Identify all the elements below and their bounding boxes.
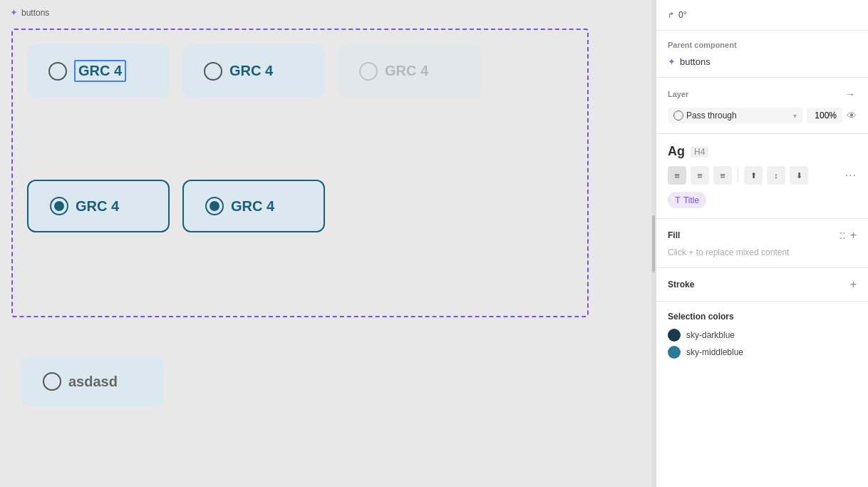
standalone-button[interactable]: asdasd xyxy=(21,357,164,406)
layer-row: Pass through ▾ 👁 xyxy=(668,108,857,123)
button-group-top: GRC 4 GRC 4 GRC 4 xyxy=(27,44,480,98)
title-tag-icon: T xyxy=(675,195,681,205)
button-card-5[interactable]: GRC 4 xyxy=(182,180,325,232)
type-header: Ag H4 xyxy=(668,144,857,159)
h4-badge: H4 xyxy=(691,146,708,158)
fill-add-icon[interactable]: + xyxy=(850,229,857,242)
more-options-btn[interactable]: ··· xyxy=(845,169,857,182)
fill-hint: Click + to replace mixed content xyxy=(668,247,857,257)
standalone-radio-icon xyxy=(43,372,61,391)
align-left-btn[interactable]: ≡ xyxy=(668,166,686,185)
radio-filled-icon-4 xyxy=(50,197,68,215)
valign-middle-btn[interactable]: ↕ xyxy=(767,166,785,185)
rotation-corner-icon: ↱ xyxy=(668,11,674,20)
stroke-add-icon[interactable]: + xyxy=(850,278,857,291)
radio-filled-icon-5 xyxy=(205,197,224,215)
button-label-3: GRC 4 xyxy=(385,63,428,79)
valign-bottom-btn[interactable]: ⬇ xyxy=(790,166,808,185)
fill-section: Fill :: + Click + to replace mixed conte… xyxy=(656,219,868,268)
layer-title: Layer xyxy=(668,90,688,98)
align-center-btn[interactable]: ≡ xyxy=(691,166,709,185)
parent-component-title: Parent component xyxy=(668,41,857,49)
layer-arrow-icon[interactable]: → xyxy=(844,88,857,101)
rotation-section: ↱ 0° xyxy=(656,0,868,31)
button-label-2: GRC 4 xyxy=(229,63,273,79)
stroke-label: Stroke xyxy=(668,280,694,289)
button-card-1[interactable]: GRC 4 xyxy=(27,44,170,98)
layer-section: Layer → Pass through ▾ 👁 xyxy=(656,78,868,134)
blend-mode-label: Pass through xyxy=(686,111,737,121)
radio-empty-gray-icon-3 xyxy=(359,62,378,81)
right-panel: ↱ 0° Parent component ✦ buttons Layer → … xyxy=(656,0,868,487)
stroke-header: Stroke + xyxy=(668,278,857,291)
blend-mode-chevron: ▾ xyxy=(793,112,797,120)
title-tag[interactable]: T Title xyxy=(668,192,706,208)
standalone-label: asdasd xyxy=(68,374,118,390)
button-label-4: GRC 4 xyxy=(76,198,119,215)
canvas-label: ✦ buttons xyxy=(10,7,49,18)
rotation-value[interactable]: 0° xyxy=(678,10,686,20)
button-card-2[interactable]: GRC 4 xyxy=(182,44,325,98)
colors-section: Selection colors sky-darkblue sky-middle… xyxy=(656,302,868,373)
blend-mode-selector[interactable]: Pass through ▾ xyxy=(668,108,802,123)
scrollbar-track xyxy=(651,0,656,487)
title-tag-label: Title xyxy=(683,195,699,205)
fill-actions: :: + xyxy=(839,229,857,242)
component-icon: ✦ xyxy=(668,56,676,67)
button-label-5: GRC 4 xyxy=(231,198,274,215)
color-swatch-2[interactable] xyxy=(668,346,681,359)
button-card-3[interactable]: GRC 4 xyxy=(338,44,480,98)
ag-text: Ag xyxy=(668,144,685,159)
color-row-2: sky-middleblue xyxy=(668,346,857,359)
layer-header: Layer → xyxy=(668,88,857,101)
align-row: ≡ ≡ ≡ ⬆ ↕ ⬇ ··· xyxy=(668,166,857,185)
rotation-row: ↱ 0° xyxy=(668,10,857,20)
parent-component-section: Parent component ✦ buttons xyxy=(656,31,868,78)
selection-box: GRC 4 GRC 4 GRC 4 GRC 4 GRC xyxy=(11,29,589,317)
visibility-icon[interactable]: 👁 xyxy=(847,110,857,121)
color-row-1: sky-darkblue xyxy=(668,329,857,342)
color-name-1: sky-darkblue xyxy=(686,330,735,340)
canvas: ✦ buttons GRC 4 GRC 4 GRC 4 xyxy=(0,0,651,487)
component-row: ✦ buttons xyxy=(668,56,857,67)
fill-label: Fill xyxy=(668,230,680,240)
radio-empty-icon-1 xyxy=(48,62,67,81)
button-card-4[interactable]: GRC 4 xyxy=(27,180,170,232)
radio-empty-icon-2 xyxy=(204,62,222,81)
colors-title: Selection colors xyxy=(668,312,857,322)
fill-header: Fill :: + xyxy=(668,229,857,242)
move-icon: ✦ xyxy=(10,7,18,18)
blend-mode-icon xyxy=(673,111,683,121)
fill-grid-icon[interactable]: :: xyxy=(839,229,846,242)
color-name-2: sky-middleblue xyxy=(686,347,743,357)
stroke-section: Stroke + xyxy=(656,268,868,302)
valign-top-btn[interactable]: ⬆ xyxy=(744,166,763,185)
component-name[interactable]: buttons xyxy=(680,56,711,67)
align-right-btn[interactable]: ≡ xyxy=(713,166,732,185)
color-swatch-1[interactable] xyxy=(668,329,681,342)
typography-section: Ag H4 ≡ ≡ ≡ ⬆ ↕ ⬇ ··· T Title xyxy=(656,134,868,219)
opacity-input[interactable] xyxy=(807,108,842,123)
button-group-bottom: GRC 4 GRC 4 xyxy=(27,180,325,232)
scrollbar-thumb[interactable] xyxy=(652,215,655,272)
canvas-label-text: buttons xyxy=(21,8,49,18)
align-divider xyxy=(738,168,738,183)
button-label-1: GRC 4 xyxy=(74,60,126,82)
